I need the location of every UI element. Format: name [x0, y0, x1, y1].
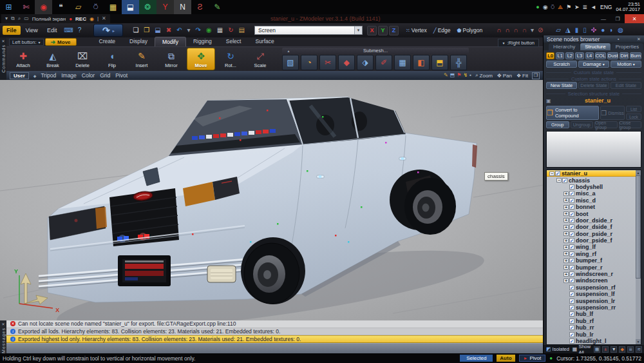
visibility-checkbox[interactable]: ✓: [569, 325, 574, 330]
media-player-icon[interactable]: ▦: [104, 0, 122, 14]
windows-start-icon[interactable]: ⊞: [0, 0, 17, 14]
tree-item-boot[interactable]: +✓boot: [547, 210, 641, 217]
panel-list-icon[interactable]: ▦: [594, 346, 600, 353]
snap-off-icon[interactable]: ⊘: [536, 27, 544, 34]
expand-icon[interactable]: +: [564, 198, 569, 202]
axis-x-icon[interactable]: X: [367, 26, 377, 35]
message-row[interactable]: iExported highest lod only. Hierarchy el…: [6, 335, 543, 343]
avast-icon[interactable]: ⟁: [558, 5, 563, 10]
steam-icon[interactable]: ◉: [543, 5, 548, 10]
visibility-checkbox[interactable]: ✓: [569, 224, 574, 230]
ribbon-tab-rigging[interactable]: Rigging: [186, 37, 219, 46]
maximize-button[interactable]: ❐: [611, 14, 625, 23]
snip-tool-icon[interactable]: ✄: [17, 0, 35, 14]
auto-indicator[interactable]: Auto: [497, 355, 515, 362]
panel-collapse-icon[interactable]: ▼: [611, 346, 617, 353]
viewport-menu-pivot[interactable]: Pivot: [115, 72, 128, 79]
tree-item-headlight-l[interactable]: ✓headlight_l: [547, 338, 641, 344]
tool-move-button[interactable]: ✥Move: [187, 48, 215, 70]
submesh-tool-9-icon[interactable]: ⬒: [431, 55, 448, 70]
visibility-checkbox[interactable]: ✓: [569, 184, 574, 190]
tree-item-wing-lf[interactable]: +✓wing_lf: [547, 244, 641, 250]
ribbon-tab-surface[interactable]: Surface: [248, 37, 281, 46]
expand-icon[interactable]: +: [564, 251, 569, 256]
snap-dropdown-icon[interactable]: ▾: [529, 27, 535, 34]
save-app-icon[interactable]: ⬓: [122, 0, 139, 14]
pointer-icon[interactable]: ➤: [574, 5, 580, 10]
ribbon-tab-select[interactable]: Select: [219, 37, 249, 46]
tree-item-wing-rf[interactable]: +✓wing_rf: [547, 251, 641, 257]
screenshot-icon[interactable]: ◉: [90, 16, 94, 22]
new-state-button[interactable]: New State: [546, 82, 577, 89]
tool-break-button[interactable]: ◭Break: [39, 48, 67, 70]
tree-item-hub-rf[interactable]: ✓hub_rf: [547, 318, 641, 324]
mode-polygon-button[interactable]: ⬟Polygon: [455, 26, 486, 35]
collapse-icon[interactable]: ▴: [287, 48, 289, 53]
visibility-checkbox[interactable]: ✓: [569, 338, 574, 344]
prim-plane-icon[interactable]: ▱: [554, 27, 562, 34]
redo-icon[interactable]: ↷: [194, 27, 202, 34]
pin-icon[interactable]: ▪: [614, 37, 619, 41]
lod-l4-button[interactable]: L4: [585, 52, 594, 59]
mode-vertex-button[interactable]: ⁙Vertex: [403, 26, 430, 35]
commands-side-tab[interactable]: ✕ Commands: [0, 37, 6, 80]
visibility-checkbox[interactable]: ✓: [569, 271, 574, 277]
tool-mirror-button[interactable]: ⧉Mirror: [157, 48, 185, 70]
state-scratch-button[interactable]: Scratch: [546, 61, 577, 68]
messages-side-tab[interactable]: ✕ Messages: [0, 320, 6, 353]
tool-delete-button[interactable]: ⌧Delete: [68, 48, 97, 70]
visibility-checkbox[interactable]: ✓: [569, 204, 574, 210]
expand-icon[interactable]: +: [564, 218, 569, 222]
undo-dropdown-icon[interactable]: ▾: [186, 27, 192, 34]
group-button[interactable]: Group: [546, 121, 569, 128]
message-row[interactable]: ✕Can not locate scene node named "stanie…: [6, 320, 543, 328]
scroll-thumb[interactable]: [636, 175, 641, 279]
menu-file[interactable]: File: [3, 26, 21, 35]
lod-l2-button[interactable]: L2: [565, 52, 574, 59]
tree-item-stanier-u[interactable]: −✓stanier_u: [547, 170, 641, 177]
submesh-group-header[interactable]: ▴ Submesh...: [282, 48, 469, 54]
minimize-button[interactable]: —: [596, 14, 611, 23]
viewport-fit-button[interactable]: ❖Fit: [516, 72, 528, 79]
material-editor-icon[interactable]: ◉: [205, 27, 213, 34]
state-motion-button[interactable]: Motion▾: [611, 61, 641, 68]
visibility-checkbox[interactable]: ✓: [555, 171, 560, 176]
viewport-menu-color[interactable]: Color: [82, 72, 95, 79]
viewport-zoom-button[interactable]: ⌕Zoom: [475, 72, 493, 79]
clock[interactable]: 23:51 04.07.2017: [616, 2, 641, 12]
tree-item-door-pside-f[interactable]: +✓door_pside_f: [547, 237, 641, 244]
panel-sort-icon[interactable]: ≣: [627, 346, 634, 353]
tree-scrollbar[interactable]: ▲ ▼: [636, 170, 641, 344]
prim-cylinder-icon[interactable]: ▯: [582, 27, 588, 34]
tree-item-door-dside-r[interactable]: +✓door_dside_r: [547, 217, 641, 224]
file-explorer-icon[interactable]: ▱: [70, 0, 87, 14]
panel-add-remove-icon[interactable]: ±: [602, 346, 609, 353]
rec-button[interactable]: REC: [75, 16, 86, 22]
submesh-tool-4-icon[interactable]: ◆: [338, 55, 355, 70]
visibility-checkbox[interactable]: ✓: [569, 332, 574, 337]
tree-item-hub-rr[interactable]: ✓hub_rr: [547, 324, 641, 331]
tree-item-misc-a[interactable]: +✓misc_a: [547, 190, 641, 197]
expand-icon[interactable]: +: [564, 272, 569, 277]
text-editor-icon[interactable]: ✎: [209, 0, 226, 14]
pivot-button[interactable]: ► Pivot: [519, 355, 546, 362]
visibility-checkbox[interactable]: ✓: [569, 244, 574, 250]
discord-tray-icon[interactable]: ⍥: [551, 5, 554, 10]
status-green-icon[interactable]: ●: [536, 5, 539, 10]
visibility-checkbox[interactable]: ✓: [569, 231, 574, 237]
lod-burn-button[interactable]: Burn: [630, 52, 641, 59]
visibility-checkbox[interactable]: ✓: [562, 178, 567, 183]
expand-icon[interactable]: +: [564, 205, 569, 210]
prim-box-icon[interactable]: ▮: [574, 27, 580, 34]
ribbon-tab-modify[interactable]: Modify: [155, 37, 186, 46]
tool-scale-button[interactable]: ⤢Scale: [246, 48, 274, 70]
panel-tab-structure[interactable]: Structure: [580, 43, 610, 50]
submesh-tool-6-icon[interactable]: ✐: [375, 55, 392, 70]
viewport-3d[interactable]: Y X chassis: [0, 80, 543, 320]
vp-cube-icon[interactable]: ⬒: [450, 73, 455, 78]
prim-hemisphere-icon[interactable]: ◗: [608, 27, 614, 34]
viewport-maximize-icon[interactable]: ❐: [532, 72, 540, 79]
submesh-tool-10-icon[interactable]: ╬: [450, 55, 467, 70]
panel-title-bar[interactable]: Scene nodes browser ▪ ✕: [544, 35, 644, 43]
submesh-tool-2-icon[interactable]: ◔: [301, 55, 317, 70]
